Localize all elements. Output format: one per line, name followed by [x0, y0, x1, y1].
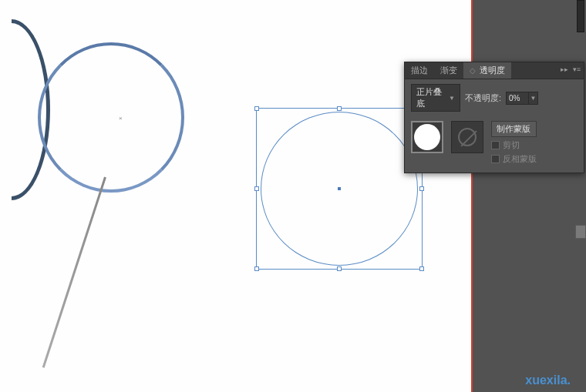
panel-collapse-bar[interactable]	[577, 0, 584, 32]
tab-transparency-label: 透明度	[480, 65, 505, 75]
scrollbar-thumb[interactable]	[575, 225, 586, 239]
watermark: xuexila.	[525, 374, 571, 387]
nine-center-mark: ×	[119, 115, 123, 122]
clip-option[interactable]: 剪切	[491, 139, 537, 151]
tab-transparency[interactable]: ◇ 透明度	[463, 62, 511, 79]
resize-handle-ml[interactable]	[254, 186, 259, 191]
nine-tail-shape[interactable]	[42, 177, 106, 368]
mask-options: 制作蒙版 剪切 反相蒙版	[491, 121, 537, 165]
resize-handle-tm[interactable]	[337, 106, 342, 111]
panel-controls: ▸▸ ▾≡	[561, 65, 581, 73]
right-sidebar	[472, 0, 586, 392]
invert-label: 反相蒙版	[503, 153, 537, 165]
opacity-input[interactable]: 0%	[506, 92, 529, 105]
watermark-text: xuexila.	[525, 374, 571, 387]
opacity-dropdown-button[interactable]: ▼	[529, 92, 538, 105]
opacity-label: 不透明度:	[465, 92, 501, 104]
resize-handle-mr[interactable]	[419, 186, 424, 191]
nine-circle-shape[interactable]	[38, 42, 184, 193]
invert-option[interactable]: 反相蒙版	[491, 153, 537, 165]
chevron-down-icon: ▼	[530, 95, 537, 102]
make-mask-button[interactable]: 制作蒙版	[491, 121, 537, 137]
resize-handle-bl[interactable]	[254, 266, 259, 271]
transparency-panel: 描边 渐变 ◇ 透明度 ▸▸ ▾≡ 正片叠底 ▼ 不透明度: 0% ▼	[404, 62, 584, 173]
invert-checkbox[interactable]	[491, 155, 500, 163]
thumbnail-preview	[414, 124, 440, 150]
panel-expand-icon[interactable]: ▸▸	[561, 65, 568, 73]
selection-center	[338, 187, 341, 190]
panel-tab-bar: 描边 渐变 ◇ 透明度 ▸▸ ▾≡	[405, 62, 584, 79]
blend-mode-dropdown[interactable]: 正片叠底 ▼	[411, 84, 460, 112]
blend-opacity-row: 正片叠底 ▼ 不透明度: 0% ▼	[405, 79, 584, 116]
tab-stroke[interactable]: 描边	[405, 62, 434, 79]
no-mask-icon	[458, 128, 477, 146]
canvas[interactable]: ×	[0, 0, 469, 392]
tab-gradient[interactable]: 渐变	[434, 62, 463, 79]
clip-checkbox[interactable]	[491, 141, 500, 149]
clip-label: 剪切	[503, 139, 520, 151]
object-thumbnail[interactable]	[411, 121, 443, 153]
resize-handle-bm[interactable]	[337, 266, 342, 271]
blend-mode-value: 正片叠底	[416, 86, 446, 109]
chevron-down-icon: ▼	[449, 95, 455, 102]
link-icon: ◇	[470, 66, 476, 75]
panel-menu-icon[interactable]: ▾≡	[573, 65, 581, 73]
mask-row: 制作蒙版 剪切 反相蒙版	[405, 116, 584, 173]
resize-handle-tl[interactable]	[254, 106, 259, 111]
mask-thumbnail[interactable]	[451, 121, 483, 153]
resize-handle-br[interactable]	[419, 266, 424, 271]
